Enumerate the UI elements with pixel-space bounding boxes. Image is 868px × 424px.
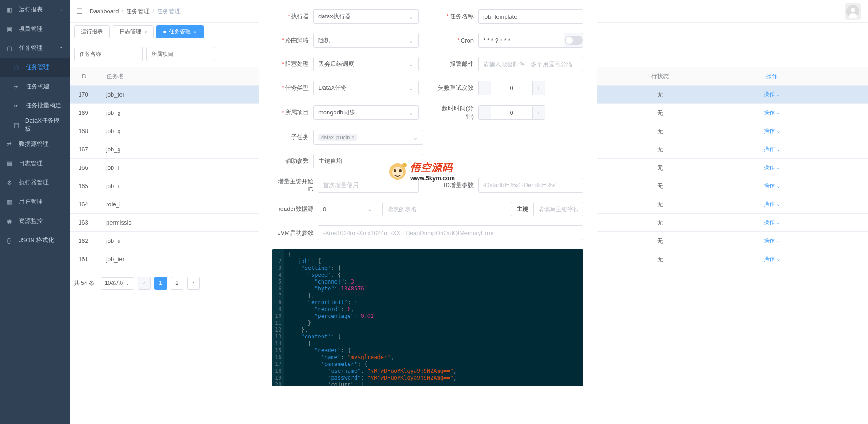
- tablename-input[interactable]: [382, 202, 512, 216]
- cron-switch[interactable]: [564, 33, 583, 48]
- cron-input[interactable]: [478, 33, 564, 48]
- retry-value[interactable]: 0: [491, 81, 532, 95]
- sidebar-item-label: 任务管理: [19, 44, 43, 52]
- sidebar-item-label: 资源监控: [19, 217, 43, 225]
- form-item-incstart: 增量主键开始ID: [272, 177, 419, 193]
- sidebar-item-monitor[interactable]: ◉ 资源监控: [0, 211, 70, 231]
- retry-plus[interactable]: +: [532, 81, 545, 95]
- sidebar-item-label: 运行报表: [19, 5, 43, 14]
- form-item-reader: reader数据源 0 主键: [272, 202, 583, 216]
- monitor-icon: ◉: [7, 218, 15, 225]
- log-icon: ▤: [7, 160, 15, 167]
- form-item-alarm: 报警邮件: [437, 57, 583, 71]
- project-icon: ▣: [7, 26, 15, 32]
- timeout-minus[interactable]: −: [478, 105, 491, 120]
- form-label: 增量主键开始ID: [272, 177, 313, 193]
- form-label: JVM启动参数: [272, 229, 313, 237]
- form-label: *路由策略: [272, 36, 309, 44]
- incstart-input[interactable]: [318, 178, 419, 193]
- sidebar-item-log[interactable]: ▤ 日志管理: [0, 154, 70, 173]
- form-item-route: *路由策略 随机: [272, 33, 419, 48]
- alarm-input[interactable]: [478, 57, 583, 71]
- jobtype-select[interactable]: DataX任务: [313, 81, 419, 95]
- sidebar-item-label: 执行器管理: [19, 178, 49, 187]
- form-item-executor: *执行器 datax执行器: [272, 9, 419, 24]
- route-select[interactable]: 随机: [313, 33, 419, 48]
- form-label: *任务类型: [272, 84, 309, 92]
- modal: *执行器 datax执行器 *任务名称 *路由策略 随机 *Cron: [259, 0, 597, 396]
- reader-select[interactable]: 0: [318, 202, 377, 216]
- sidebar-item-label: JSON 格式化: [19, 236, 54, 244]
- child-select[interactable]: datax_plugin×: [313, 130, 423, 145]
- sidebar: ◧ 运行报表 ⌄ ▣ 项目管理 ▢ 任务管理 ⌃ ◌ 任务管理 ✈ 任务构建 ✈…: [0, 0, 70, 424]
- sidebar-item-datax-template[interactable]: ▤ DataX任务模板: [0, 115, 70, 134]
- dashboard-icon: ◧: [7, 6, 15, 13]
- form-item-incparam: ID增量参数: [437, 178, 583, 193]
- form-item-assist: 辅助参数 主键自增: [272, 154, 423, 168]
- form-item-timeout: 超时时间(分钟) − 0 +: [437, 104, 583, 121]
- form-item-jobname: *任务名称: [437, 9, 583, 24]
- json-icon: {}: [7, 237, 15, 244]
- timeout-plus[interactable]: +: [532, 105, 545, 120]
- task-icon: ▢: [7, 45, 15, 52]
- form-label: *Cron: [437, 37, 474, 44]
- executor-icon: ⚙: [7, 179, 15, 186]
- form-label: 子任务: [272, 133, 309, 141]
- template-icon: ▤: [14, 122, 22, 129]
- form-label: *任务名称: [437, 12, 474, 21]
- form-label: *阻塞处理: [272, 60, 309, 68]
- form-label: *执行器: [272, 12, 309, 21]
- form-label: 辅助参数: [272, 157, 309, 165]
- sidebar-item-user[interactable]: ▦ 用户管理: [0, 192, 70, 211]
- sidebar-item-task-batch[interactable]: ✈ 任务批量构建: [0, 96, 70, 115]
- form-item-cron: *Cron: [437, 33, 583, 48]
- form-label: *所属项目: [272, 108, 309, 117]
- build-icon: ✈: [14, 83, 22, 90]
- incparam-input[interactable]: [478, 178, 583, 193]
- sidebar-item-label: 日志管理: [19, 159, 43, 167]
- sidebar-item-task-build[interactable]: ✈ 任务构建: [0, 77, 70, 96]
- sidebar-item-label: 项目管理: [19, 25, 43, 33]
- form-item-child: 子任务 datax_plugin×: [272, 130, 423, 145]
- user-icon: ▦: [7, 199, 15, 205]
- tag-close-icon[interactable]: ×: [351, 135, 354, 140]
- form-label: 报警邮件: [437, 60, 474, 68]
- sidebar-item-label: 用户管理: [19, 198, 43, 206]
- sidebar-item-task-manage[interactable]: ◌ 任务管理: [0, 58, 70, 77]
- sidebar-item-project[interactable]: ▣ 项目管理: [0, 19, 70, 38]
- main: ☰ Dashboard / 任务管理 / 任务管理 运行报表 日志管理× 任务管…: [70, 0, 868, 424]
- project-select[interactable]: mongodb同步: [313, 105, 419, 120]
- batch-icon: ✈: [14, 102, 22, 109]
- sidebar-item-label: 任务批量构建: [26, 102, 61, 110]
- form-label: ID增量参数: [437, 181, 474, 189]
- block-select[interactable]: 丢弃后续调度: [313, 57, 419, 71]
- modal-overlay: *执行器 datax执行器 *任务名称 *路由策略 随机 *Cron: [70, 0, 868, 424]
- jvm-input[interactable]: [318, 225, 583, 240]
- form-label: reader数据源: [272, 205, 313, 213]
- task-icon: ◌: [14, 64, 22, 71]
- chevron-down-icon: ⌄: [59, 7, 63, 12]
- retry-minus[interactable]: −: [478, 81, 491, 95]
- sidebar-item-json[interactable]: {} JSON 格式化: [0, 231, 70, 250]
- assist-select[interactable]: 主键自增: [313, 154, 423, 168]
- pk-label: 主键: [517, 205, 528, 213]
- sidebar-item-dashboard[interactable]: ◧ 运行报表 ⌄: [0, 0, 70, 19]
- form-item-block: *阻塞处理 丢弃后续调度: [272, 57, 419, 71]
- sidebar-item-task[interactable]: ▢ 任务管理 ⌃: [0, 38, 70, 58]
- executor-select[interactable]: datax执行器: [313, 9, 419, 24]
- form-label: 失败重试次数: [437, 84, 474, 92]
- sidebar-item-datasource[interactable]: ⇄ 数据源管理: [0, 134, 70, 154]
- form-item-project: *所属项目 mongodb同步: [272, 105, 419, 120]
- form-item-retry: 失败重试次数 − 0 +: [437, 81, 583, 95]
- sidebar-item-label: 任务管理: [26, 63, 49, 71]
- form-item-jvm: JVM启动参数: [272, 225, 583, 240]
- sidebar-item-executor[interactable]: ⚙ 执行器管理: [0, 173, 70, 192]
- code-editor[interactable]: 1234567891011121314151617181920212223242…: [272, 249, 583, 386]
- sidebar-item-label: 任务构建: [26, 82, 49, 91]
- timeout-value[interactable]: 0: [491, 105, 532, 120]
- code-body[interactable]: { "job": { "setting": { "speed": { "chan…: [284, 249, 460, 386]
- form-item-jobtype: *任务类型 DataX任务: [272, 81, 419, 95]
- pk-input[interactable]: [533, 202, 583, 216]
- jobname-input[interactable]: [478, 9, 583, 24]
- sidebar-item-label: DataX任务模板: [25, 117, 63, 133]
